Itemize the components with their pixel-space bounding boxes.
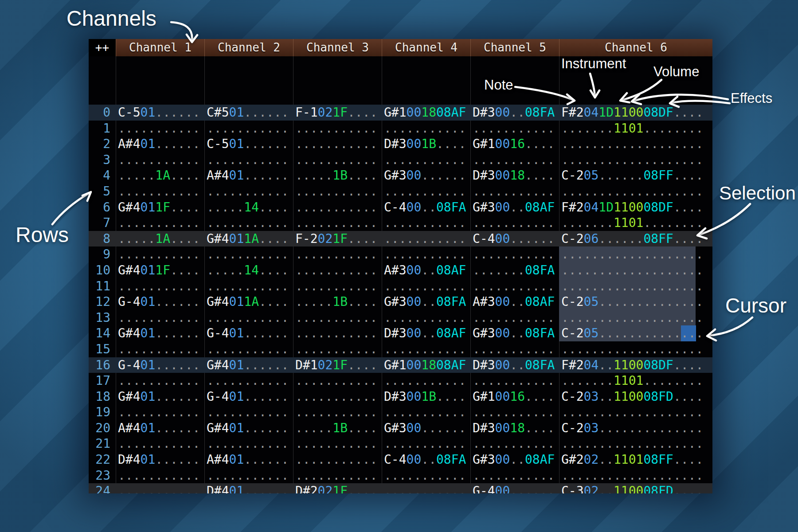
pattern-cell-ch3[interactable]: F-2021F.... <box>293 231 382 247</box>
pattern-cell-ch3[interactable]: D#2021F.... <box>293 483 382 493</box>
pattern-cell-ch5[interactable]: G#300..08AF <box>470 452 559 468</box>
pattern-cell-ch2[interactable]: D#401...... <box>204 483 293 493</box>
pattern-cell-ch6[interactable]: C-302..110008FD.... <box>559 483 712 493</box>
pattern-cell-ch4[interactable]: ........... <box>382 278 470 294</box>
pattern-cell-ch6[interactable]: C-205.............. <box>559 294 712 310</box>
pattern-cell-ch5[interactable]: ........... <box>470 278 559 294</box>
pattern-grid[interactable]: 0C-501......C#501......F-1021F....G#1001… <box>89 56 712 493</box>
pattern-cell-ch4[interactable]: ........... <box>382 121 470 137</box>
pattern-cell-ch3[interactable]: ........... <box>293 152 382 168</box>
pattern-cell-ch6[interactable]: F#204..110008DF.... <box>559 357 712 373</box>
pattern-cell-ch6[interactable]: ................... <box>559 262 712 278</box>
pattern-cell-ch4[interactable]: C-400..08FA <box>382 200 470 215</box>
pattern-cell-ch5[interactable]: G#10016.... <box>470 389 559 405</box>
pattern-cell-ch6[interactable]: ................... <box>559 246 712 262</box>
pattern-cell-ch5[interactable]: G#10016.... <box>470 136 559 152</box>
pattern-cell-ch3[interactable]: ........... <box>293 184 382 200</box>
channel-header-4[interactable]: Channel 4 <box>382 39 470 56</box>
pattern-cell-ch4[interactable]: G#300...... <box>382 168 470 184</box>
pattern-cell-ch1[interactable]: ........... <box>116 184 204 200</box>
pattern-cell-ch2[interactable]: ........... <box>204 152 293 168</box>
channel-expand-button[interactable]: ++ <box>89 39 116 56</box>
pattern-cell-ch2[interactable]: C-501...... <box>204 136 293 152</box>
pattern-cell-ch6[interactable]: C-206......08FF.... <box>559 231 712 247</box>
pattern-cell-ch5[interactable]: ........... <box>470 341 559 357</box>
pattern-cell-ch1[interactable]: ........... <box>116 310 204 326</box>
pattern-cell-ch6[interactable]: G#202..110108FF.... <box>559 452 712 468</box>
pattern-cell-ch5[interactable]: C-400...... <box>470 231 559 247</box>
pattern-cell-ch1[interactable]: G#401...... <box>116 325 204 341</box>
pattern-cell-ch2[interactable]: ........... <box>204 404 293 420</box>
pattern-cell-ch4[interactable]: ........... <box>382 246 470 262</box>
pattern-cell-ch2[interactable]: ........... <box>204 310 293 326</box>
pattern-cell-ch6[interactable]: C-205.............. <box>559 325 712 341</box>
pattern-cell-ch6[interactable]: ................... <box>559 136 712 152</box>
pattern-cell-ch6[interactable]: F#2041D110008DF.... <box>559 105 712 121</box>
pattern-cell-ch2[interactable]: ........... <box>204 246 293 262</box>
pattern-cell-ch1[interactable]: ........... <box>116 483 204 493</box>
pattern-cell-ch4[interactable]: D#300..08AF <box>382 325 470 341</box>
pattern-cell-ch3[interactable]: ........... <box>293 373 382 389</box>
pattern-cell-ch4[interactable]: D#3001B.... <box>382 136 470 152</box>
pattern-cell-ch5[interactable]: D#30018.... <box>470 420 559 436</box>
channel-header-3[interactable]: Channel 3 <box>293 39 382 56</box>
pattern-cell-ch3[interactable]: .....1B.... <box>293 168 382 184</box>
pattern-cell-ch6[interactable]: ................... <box>559 184 712 200</box>
pattern-cell-ch1[interactable]: ........... <box>116 468 204 484</box>
pattern-cell-ch1[interactable]: ........... <box>116 246 204 262</box>
pattern-cell-ch2[interactable]: ........... <box>204 341 293 357</box>
pattern-cell-ch3[interactable]: .....1B.... <box>293 294 382 310</box>
pattern-cell-ch3[interactable]: ........... <box>293 436 382 452</box>
pattern-cell-ch3[interactable]: ........... <box>293 404 382 420</box>
channel-header-5[interactable]: Channel 5 <box>470 39 559 56</box>
pattern-cell-ch2[interactable]: G#4011A.... <box>204 231 293 247</box>
pattern-cell-ch2[interactable]: G-401...... <box>204 389 293 405</box>
pattern-cell-ch2[interactable]: ........... <box>204 121 293 137</box>
pattern-cell-ch1[interactable]: ........... <box>116 404 204 420</box>
pattern-cell-ch2[interactable]: G#401...... <box>204 420 293 436</box>
pattern-cell-ch1[interactable]: A#401...... <box>116 136 204 152</box>
pattern-cell-ch2[interactable]: ........... <box>204 436 293 452</box>
pattern-cell-ch4[interactable]: ........... <box>382 341 470 357</box>
pattern-cell-ch1[interactable]: ........... <box>116 278 204 294</box>
pattern-cell-ch5[interactable]: G#300..08FA <box>470 325 559 341</box>
pattern-cell-ch6[interactable]: ................... <box>559 436 712 452</box>
pattern-cell-ch2[interactable]: ........... <box>204 278 293 294</box>
pattern-cell-ch5[interactable]: D#300..08FA <box>470 357 559 373</box>
pattern-cell-ch5[interactable]: D#30018.... <box>470 168 559 184</box>
pattern-cell-ch3[interactable]: ........... <box>293 389 382 405</box>
pattern-cell-ch4[interactable]: D#3001B.... <box>382 389 470 405</box>
channel-header-1[interactable]: Channel 1 <box>116 39 204 56</box>
pattern-cell-ch4[interactable]: G#300..08FA <box>382 294 470 310</box>
pattern-cell-ch4[interactable]: ........... <box>382 483 470 493</box>
pattern-cell-ch5[interactable]: ........... <box>470 246 559 262</box>
pattern-cell-ch4[interactable]: G#1001808AF <box>382 105 470 121</box>
pattern-cell-ch6[interactable]: ................... <box>559 468 712 484</box>
pattern-cell-ch4[interactable]: G#300...... <box>382 420 470 436</box>
pattern-cell-ch4[interactable]: ........... <box>382 231 470 247</box>
pattern-cell-ch5[interactable]: ........... <box>470 404 559 420</box>
pattern-cell-ch6[interactable]: .......1101........ <box>559 373 712 389</box>
pattern-cell-ch3[interactable]: F-1021F.... <box>293 105 382 121</box>
pattern-cell-ch3[interactable]: ........... <box>293 325 382 341</box>
pattern-cell-ch5[interactable]: A#300..08AF <box>470 294 559 310</box>
pattern-cell-ch2[interactable]: G-401...... <box>204 325 293 341</box>
pattern-cell-ch6[interactable]: C-205......08FF.... <box>559 168 712 184</box>
pattern-cell-ch1[interactable]: G#4011F.... <box>116 200 204 215</box>
pattern-cell-ch1[interactable]: G#4011F.... <box>116 262 204 278</box>
pattern-cell-ch5[interactable]: G#300..08AF <box>470 200 559 215</box>
pattern-cell-ch1[interactable]: ........... <box>116 215 204 231</box>
pattern-cell-ch6[interactable]: C-203..110008FD.... <box>559 389 712 405</box>
pattern-cell-ch4[interactable]: ........... <box>382 468 470 484</box>
pattern-cell-ch4[interactable]: G#1001808AF <box>382 357 470 373</box>
pattern-cell-ch3[interactable]: ........... <box>293 215 382 231</box>
pattern-cell-ch6[interactable]: ................... <box>559 341 712 357</box>
pattern-cell-ch2[interactable]: .....14.... <box>204 200 293 215</box>
pattern-cell-ch3[interactable]: ........... <box>293 121 382 137</box>
pattern-cell-ch1[interactable]: ........... <box>116 436 204 452</box>
pattern-cell-ch5[interactable]: ........... <box>470 373 559 389</box>
pattern-cell-ch6[interactable]: ................... <box>559 404 712 420</box>
pattern-cell-ch2[interactable]: C#501...... <box>204 105 293 121</box>
pattern-cell-ch1[interactable]: G-401...... <box>116 357 204 373</box>
pattern-cell-ch3[interactable]: ........... <box>293 341 382 357</box>
